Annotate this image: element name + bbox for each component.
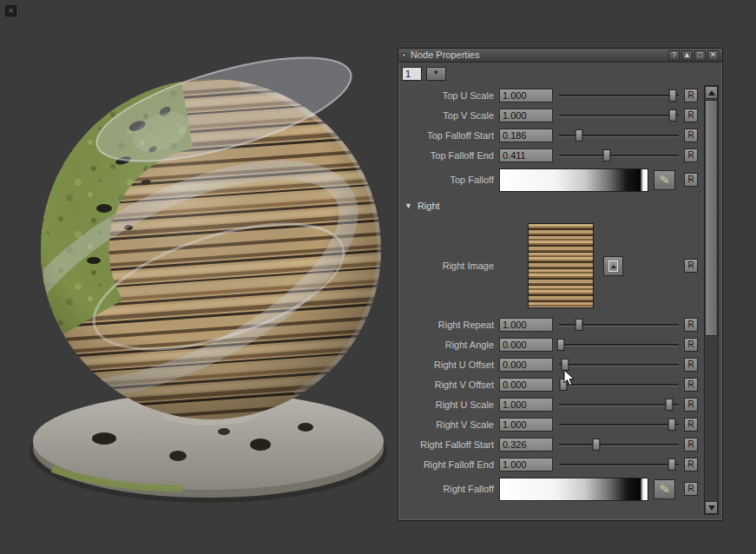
value-field[interactable]: [499, 398, 553, 412]
reset-button[interactable]: R: [684, 418, 698, 432]
preview-count-field[interactable]: [402, 67, 422, 81]
row-right-u-scale: Right U ScaleR: [402, 394, 698, 414]
reset-button[interactable]: R: [684, 173, 698, 187]
scroll-down-icon: [708, 505, 715, 511]
row-right-image: Right ImageR: [402, 217, 698, 314]
param-slider[interactable]: [559, 89, 679, 102]
node-properties-panel: Node Properties ? ▲ □ ✕ * Top U ScaleRTo…: [398, 48, 723, 521]
slider-handle[interactable]: [559, 379, 567, 391]
value-field[interactable]: [499, 438, 553, 452]
rollup-icon[interactable]: ▲: [681, 50, 693, 61]
slider-track: [559, 344, 679, 346]
collapse-triangle-icon[interactable]: ▼: [404, 201, 412, 210]
row-right-u-offset: Right U OffsetR: [402, 354, 698, 374]
slider-handle[interactable]: [575, 319, 583, 331]
slider-track: [559, 424, 679, 425]
image-thumbnail[interactable]: [528, 223, 594, 308]
reset-button[interactable]: R: [684, 438, 698, 452]
slider-track: [559, 95, 679, 96]
slider-track: [559, 464, 679, 465]
slider-handle[interactable]: [603, 149, 611, 162]
param-slider[interactable]: [559, 109, 679, 122]
window-grip-icon: [402, 53, 406, 57]
panel-title: Node Properties: [411, 50, 480, 60]
load-image-button[interactable]: [603, 256, 623, 276]
reset-button[interactable]: R: [684, 398, 698, 412]
param-slider[interactable]: [559, 418, 679, 432]
scroll-up-icon: [708, 90, 715, 96]
param-label: Right Image: [402, 261, 499, 271]
reset-button[interactable]: R: [684, 129, 698, 142]
value-field[interactable]: [499, 148, 553, 162]
reset-button[interactable]: R: [684, 358, 698, 372]
value-field[interactable]: [499, 418, 553, 432]
param-slider[interactable]: [559, 358, 679, 372]
value-field[interactable]: [499, 318, 553, 332]
param-label: Top Falloff Start: [402, 130, 499, 141]
reset-button[interactable]: R: [684, 482, 698, 496]
param-slider[interactable]: [559, 438, 679, 452]
row-right-falloff-start: Right Falloff StartR: [402, 434, 698, 454]
minimize-icon[interactable]: □: [694, 50, 706, 61]
slider-track: [559, 384, 679, 386]
slider-handle[interactable]: [667, 458, 675, 471]
value-field[interactable]: [499, 378, 553, 392]
reset-button[interactable]: R: [684, 109, 698, 122]
properties-rows: Top U ScaleRTop V ScaleRTop Falloff Star…: [402, 85, 698, 504]
panel-titlebar[interactable]: Node Properties ? ▲ □ ✕: [398, 49, 722, 63]
value-field[interactable]: [499, 338, 553, 352]
param-label: Right Repeat: [402, 320, 499, 330]
param-slider[interactable]: [559, 398, 679, 412]
reset-button[interactable]: R: [684, 318, 698, 332]
slider-handle[interactable]: [561, 359, 569, 371]
param-slider[interactable]: [559, 148, 679, 162]
param-label: Top U Scale: [402, 90, 499, 101]
falloff-gradient-bar[interactable]: [499, 168, 648, 192]
value-field[interactable]: [499, 109, 553, 122]
param-slider[interactable]: [559, 318, 679, 332]
reset-button[interactable]: R: [684, 338, 698, 352]
param-label: Right Falloff Start: [402, 439, 499, 450]
slider-handle[interactable]: [592, 439, 600, 451]
panel-scrollbar[interactable]: [704, 85, 719, 515]
row-right-angle: Right AngleR: [402, 334, 698, 354]
reset-button[interactable]: R: [684, 378, 698, 392]
refresh-icon: *: [434, 69, 437, 79]
reset-button[interactable]: R: [684, 259, 698, 273]
row-top-falloff-start: Top Falloff StartR: [402, 125, 698, 145]
reset-button[interactable]: R: [684, 458, 698, 472]
close-icon[interactable]: ✕: [707, 50, 719, 61]
falloff-gradient-bar[interactable]: [499, 478, 648, 501]
gradient-edit-button[interactable]: ✎: [654, 479, 675, 499]
scroll-up-button[interactable]: [705, 86, 718, 99]
row-right: ▼Right: [402, 195, 698, 217]
refresh-preview-button[interactable]: *: [426, 67, 446, 81]
row-right-falloff-end: Right Falloff EndR: [402, 454, 698, 474]
slider-handle[interactable]: [557, 339, 565, 351]
param-slider[interactable]: [559, 129, 679, 142]
slider-handle[interactable]: [669, 109, 677, 122]
param-slider[interactable]: [559, 458, 679, 472]
slider-handle[interactable]: [669, 89, 677, 102]
param-label: Top Falloff: [402, 175, 499, 185]
scroll-down-button[interactable]: [705, 501, 718, 514]
slider-handle[interactable]: [575, 129, 583, 142]
value-field[interactable]: [499, 129, 553, 142]
reset-button[interactable]: R: [684, 89, 698, 102]
reset-button[interactable]: R: [684, 148, 698, 162]
slider-handle[interactable]: [667, 419, 675, 431]
help-icon[interactable]: ?: [668, 50, 680, 61]
scrollbar-thumb[interactable]: [705, 100, 718, 336]
material-preview: [0, 0, 399, 554]
value-field[interactable]: [499, 458, 553, 472]
value-field[interactable]: [499, 358, 553, 372]
param-slider[interactable]: [559, 378, 679, 392]
section-label: Right: [417, 201, 440, 211]
param-slider[interactable]: [559, 338, 679, 352]
param-label: Right U Scale: [402, 399, 499, 410]
param-label: Right V Offset: [402, 379, 499, 390]
gradient-edit-button[interactable]: ✎: [654, 170, 675, 190]
slider-handle[interactable]: [665, 399, 673, 411]
titlebar-icons: ? ▲ □ ✕: [668, 50, 719, 61]
value-field[interactable]: [499, 89, 553, 102]
